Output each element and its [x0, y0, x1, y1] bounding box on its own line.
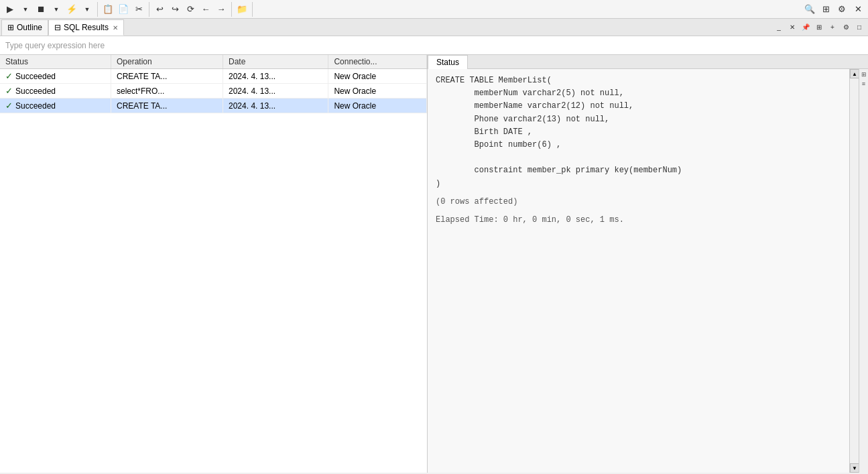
- paste-button[interactable]: 📄: [116, 2, 131, 17]
- results-table: Status Operation Date Connectio... ✓Succ…: [0, 55, 427, 113]
- check-icon: ✓: [5, 86, 13, 96]
- toolbar-group-run: ▶ ▼ ⏹ ▼ ⚡ ▼: [3, 2, 98, 17]
- maximize-tab-button[interactable]: □: [853, 21, 865, 34]
- cell-date: 2024. 4. 13...: [223, 99, 328, 113]
- tab-outline-label: Outline: [17, 23, 42, 32]
- status-text: Succeeded: [15, 86, 56, 96]
- run-script-button[interactable]: ⚡: [64, 2, 79, 17]
- results-area: Status Operation Date Connectio... ✓Succ…: [0, 55, 868, 473]
- add-tab-button[interactable]: +: [826, 21, 839, 34]
- toolbar-right: 🔍 ⊞ ⚙ ✕: [802, 2, 865, 17]
- cell-connection: New Oracle: [328, 99, 427, 113]
- tab-close-button[interactable]: ✕: [113, 24, 118, 32]
- open-file-button[interactable]: 📁: [235, 2, 249, 17]
- scroll-down-button[interactable]: ▼: [850, 463, 859, 473]
- right-panel-icons: ⊞ ≡: [859, 69, 868, 473]
- status-rows-affected: (0 rows affected): [436, 196, 841, 209]
- run-dropdown-button[interactable]: ▼: [18, 2, 33, 17]
- settings-button[interactable]: ⚙: [834, 2, 849, 17]
- toolbar-group-file: 📁: [235, 2, 253, 17]
- table-row[interactable]: ✓SucceededCREATE TA...2024. 4. 13...New …: [0, 69, 427, 84]
- scroll-up-button[interactable]: ▲: [850, 69, 859, 78]
- prev-button[interactable]: ↩: [152, 2, 167, 17]
- next-button[interactable]: ↪: [168, 2, 182, 17]
- status-content: CREATE TABLE MemberList( memberNum varch…: [428, 69, 849, 473]
- col-operation: Operation: [111, 55, 223, 69]
- cell-status: ✓Succeeded: [0, 84, 111, 99]
- layout-tab-button[interactable]: ⊞: [813, 21, 825, 34]
- copy-button[interactable]: 📋: [101, 2, 115, 17]
- pin-tab-button[interactable]: 📌: [800, 21, 812, 34]
- col-status: Status: [0, 55, 111, 69]
- cell-date: 2024. 4. 13...: [223, 69, 328, 84]
- cell-status: ✓Succeeded: [0, 69, 111, 84]
- panel-icon-1[interactable]: ⊞: [860, 70, 868, 78]
- cell-operation: CREATE TA...: [111, 99, 223, 113]
- toolbar: ▶ ▼ ⏹ ▼ ⚡ ▼ 📋 📄 ✂ ↩ ↪ ⟳ ← → 📁 🔍 ⊞ ⚙ ✕: [0, 0, 868, 19]
- status-tab-bar: Status: [428, 55, 868, 69]
- stop-button[interactable]: ⏹: [34, 2, 48, 17]
- close-window-button[interactable]: ✕: [851, 2, 865, 17]
- table-row[interactable]: ✓Succeededselect*FRO...2024. 4. 13...New…: [0, 84, 427, 99]
- panel-icon-2[interactable]: ≡: [860, 80, 868, 88]
- results-list-panel: Status Operation Date Connectio... ✓Succ…: [0, 55, 428, 473]
- cell-connection: New Oracle: [328, 69, 427, 84]
- status-scrollbar: ▲ ▼: [849, 69, 859, 473]
- table-row[interactable]: ✓SucceededCREATE TA...2024. 4. 13...New …: [0, 99, 427, 113]
- forward-nav-button[interactable]: →: [214, 2, 229, 17]
- stop-dropdown-button[interactable]: ▼: [49, 2, 64, 17]
- query-placeholder: Type query expression here: [5, 41, 105, 50]
- table-header-row: Status Operation Date Connectio...: [0, 55, 427, 69]
- close-tab-button[interactable]: ✕: [786, 21, 798, 34]
- status-panel: Status CREATE TABLE MemberList( memberNu…: [428, 55, 868, 473]
- cut-button[interactable]: ✂: [131, 2, 146, 17]
- script-dropdown-button[interactable]: ▼: [80, 2, 95, 17]
- check-icon: ✓: [5, 101, 13, 111]
- run-button[interactable]: ▶: [3, 2, 17, 17]
- minimize-tab-button[interactable]: _: [773, 21, 785, 34]
- status-sql-code: CREATE TABLE MemberList( memberNum varch…: [436, 74, 841, 190]
- query-input-area[interactable]: Type query expression here: [0, 36, 868, 55]
- back-nav-button[interactable]: ←: [198, 2, 213, 17]
- cell-operation: select*FRO...: [111, 84, 223, 99]
- main-area: Type query expression here Status Operat…: [0, 36, 868, 473]
- tab-outline[interactable]: ⊞ Outline: [1, 19, 48, 36]
- cell-connection: New Oracle: [328, 84, 427, 99]
- cell-status: ✓Succeeded: [0, 99, 111, 113]
- col-connection: Connectio...: [328, 55, 427, 69]
- tab-sql-results[interactable]: ⊟ SQL Results ✕: [48, 19, 124, 36]
- status-text: Succeeded: [15, 101, 56, 111]
- toolbar-group-edit: 📋 📄 ✂: [101, 2, 149, 17]
- layout-button[interactable]: ⊞: [818, 2, 833, 17]
- col-date: Date: [223, 55, 328, 69]
- status-text: Succeeded: [15, 72, 56, 81]
- sql-results-icon: ⊟: [54, 23, 61, 32]
- tab-sql-results-label: SQL Results: [64, 23, 109, 32]
- toolbar-group-history: ↩ ↪ ⟳ ← →: [152, 2, 232, 17]
- check-icon: ✓: [5, 71, 13, 81]
- refresh-button[interactable]: ⟳: [183, 2, 198, 17]
- tab-action-buttons: _ ✕ 📌 ⊞ + ⚙ □: [773, 21, 865, 34]
- outline-icon: ⊞: [7, 23, 14, 32]
- tab-bar: ⊞ Outline ⊟ SQL Results ✕ _ ✕ 📌 ⊞ + ⚙ □: [0, 19, 868, 36]
- settings-tab-button[interactable]: ⚙: [840, 21, 852, 34]
- cell-operation: CREATE TA...: [111, 69, 223, 84]
- search-button[interactable]: 🔍: [802, 2, 817, 17]
- cell-date: 2024. 4. 13...: [223, 84, 328, 99]
- scroll-track-area: [850, 78, 859, 463]
- status-elapsed: Elapsed Time: 0 hr, 0 min, 0 sec, 1 ms.: [436, 214, 841, 227]
- status-tab[interactable]: Status: [428, 55, 468, 69]
